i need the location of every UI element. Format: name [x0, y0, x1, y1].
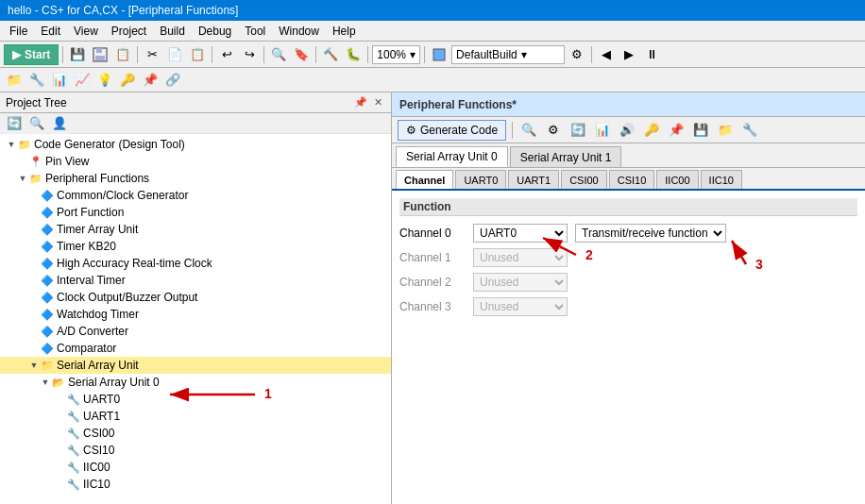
save-btn[interactable]: 💾 — [67, 44, 88, 65]
tree-item-iic10[interactable]: 🔧 IIC10 — [0, 476, 391, 493]
tree-label-serial-array: Serial Array Unit — [57, 359, 139, 372]
gen-btn-8[interactable]: 💾 — [690, 120, 711, 141]
toolbar-btn-3[interactable]: 📋 — [112, 44, 133, 65]
tree-item-interval-timer[interactable]: 🔷 Interval Timer — [0, 272, 391, 289]
tab2-csi00[interactable]: CSI00 — [561, 170, 607, 189]
tree-item-ad-converter[interactable]: 🔷 A/D Converter — [0, 323, 391, 340]
menu-window[interactable]: Window — [273, 23, 325, 40]
menu-build[interactable]: Build — [154, 23, 191, 40]
tree-item-serial-array-0[interactable]: ▼ 📂 Serial Array Unit 0 — [0, 374, 391, 391]
find-btn[interactable]: 🔍 — [268, 44, 289, 65]
gen-btn-3[interactable]: 🔄 — [568, 120, 588, 141]
menu-debug[interactable]: Debug — [193, 23, 237, 40]
toggle-code-gen[interactable]: ▼ — [6, 139, 17, 150]
tab2-iic10[interactable]: IIC10 — [701, 170, 742, 189]
tree-item-port-func[interactable]: 🔷 Port Function — [0, 204, 391, 221]
toggle-peripheral[interactable]: ▼ — [17, 173, 28, 184]
settings-btn[interactable]: ⚙ — [567, 44, 587, 65]
tb-btn-c[interactable]: ⏸ — [641, 44, 662, 65]
tb2-btn-2[interactable]: 🔧 — [26, 70, 47, 91]
menu-help[interactable]: Help — [327, 23, 362, 40]
menu-file[interactable]: File — [4, 23, 33, 40]
channel-1-select[interactable]: Unused — [473, 248, 568, 267]
tree-item-comparator[interactable]: 🔷 Comparator — [0, 340, 391, 357]
tabs-row-1: Serial Array Unit 0 Serial Array Unit 1 — [392, 143, 865, 168]
start-button[interactable]: ▶ Start — [4, 44, 59, 65]
redo-btn[interactable]: ↪ — [239, 44, 260, 65]
debug-btn[interactable]: 🐛 — [343, 44, 364, 65]
tb-btn-b[interactable]: ▶ — [619, 44, 639, 65]
channel-0-select[interactable]: UART0 Unused — [473, 224, 568, 243]
tree-item-pin-view[interactable]: 📍 Pin View — [0, 153, 391, 170]
build-btn[interactable]: 🔨 — [320, 44, 341, 65]
channel-0-func-select[interactable]: Transmit/receive function Transmit only … — [575, 224, 726, 243]
tb2-btn-4[interactable]: 📈 — [72, 70, 93, 91]
tree-item-uart1[interactable]: 🔧 UART1 — [0, 408, 391, 425]
tab-serial-array-unit-0[interactable]: Serial Array Unit 0 — [396, 146, 508, 167]
bookmark-btn[interactable]: 🔖 — [291, 44, 312, 65]
channel-3-select[interactable]: Unused — [473, 297, 568, 316]
tree-label-ad-converter: A/D Converter — [57, 325, 128, 338]
toggle-serial-array-0[interactable]: ▼ — [40, 377, 51, 388]
build-config-dropdown[interactable]: DefaultBuild ▾ — [451, 45, 565, 64]
tab2-csi10[interactable]: CSI10 — [609, 170, 655, 189]
left-panel: Project Tree 📌 ✕ 🔄 🔍 👤 ▼ 📁 Code Generato… — [0, 92, 392, 504]
toolbar-sep-7 — [424, 46, 425, 63]
tree-item-high-acc[interactable]: 🔷 High Accuracy Real-time Clock — [0, 255, 391, 272]
tb2-btn-3[interactable]: 📊 — [49, 70, 70, 91]
menu-project[interactable]: Project — [106, 23, 152, 40]
close-panel-btn[interactable]: ✕ — [370, 95, 385, 110]
menu-view[interactable]: View — [68, 23, 104, 40]
tree-sync-btn[interactable]: 🔄 — [4, 113, 25, 134]
tree-item-timer-kb20[interactable]: 🔷 Timer KB20 — [0, 238, 391, 255]
tb2-btn-6[interactable]: 🔑 — [117, 70, 138, 91]
tree-item-csi10[interactable]: 🔧 CSI10 — [0, 442, 391, 459]
tree-item-uart0[interactable]: 🔧 UART0 — [0, 391, 391, 408]
tree-item-serial-array[interactable]: ▼ 📁 Serial Array Unit — [0, 357, 391, 374]
gen-btn-1[interactable]: 🔍 — [518, 120, 539, 141]
tb2-btn-7[interactable]: 📌 — [140, 70, 161, 91]
tab2-uart0[interactable]: UART0 — [455, 170, 506, 189]
tb-btn-a[interactable]: ◀ — [596, 44, 617, 65]
gen-btn-10[interactable]: 🔧 — [739, 120, 760, 141]
tree-item-clock-buzzer[interactable]: 🔷 Clock Output/Buzzer Output — [0, 289, 391, 306]
gen-btn-5[interactable]: 🔊 — [617, 120, 637, 141]
undo-btn[interactable]: ↩ — [216, 44, 237, 65]
tree-filter-btn[interactable]: 🔍 — [26, 113, 47, 134]
chip-icon-csi10: 🔧 — [66, 443, 81, 458]
tree-item-timer-array[interactable]: 🔷 Timer Array Unit — [0, 221, 391, 238]
menu-tool[interactable]: Tool — [239, 23, 271, 40]
tab2-channel[interactable]: Channel — [396, 170, 453, 189]
tab-serial-array-unit-1[interactable]: Serial Array Unit 1 — [510, 146, 622, 167]
tree-item-common-clock[interactable]: 🔷 Common/Clock Generator — [0, 187, 391, 204]
tree-item-watchdog[interactable]: 🔷 Watchdog Timer — [0, 306, 391, 323]
pin-panel-btn[interactable]: 📌 — [353, 95, 368, 110]
tree-item-csi00[interactable]: 🔧 CSI00 — [0, 425, 391, 442]
gen-btn-2[interactable]: ⚙ — [543, 120, 564, 141]
tree-user-btn[interactable]: 👤 — [49, 113, 70, 134]
toggle-serial-array[interactable]: ▼ — [28, 360, 40, 371]
tree-item-iic00[interactable]: 🔧 IIC00 — [0, 459, 391, 476]
gen-btn-4[interactable]: 📊 — [592, 120, 613, 141]
gen-btn-7[interactable]: 📌 — [666, 120, 687, 141]
gen-btn-9[interactable]: 📁 — [715, 120, 736, 141]
tb2-btn-8[interactable]: 🔗 — [162, 70, 183, 91]
paste-btn[interactable]: 📋 — [187, 44, 208, 65]
save-all-btn[interactable] — [90, 44, 110, 65]
component-icon-6: 🔷 — [40, 273, 55, 288]
zoom-dropdown[interactable]: 100% ▾ — [372, 45, 420, 64]
tree-item-peripheral[interactable]: ▼ 📁 Peripheral Functions — [0, 170, 391, 187]
copy-btn[interactable]: 📄 — [164, 44, 185, 65]
channel-2-select[interactable]: Unused — [473, 273, 568, 292]
tab2-uart1[interactable]: UART1 — [508, 170, 559, 189]
toolbar-sep-2 — [137, 46, 138, 63]
generate-code-button[interactable]: ⚙ Generate Code — [398, 120, 506, 141]
tree-item-code-generator[interactable]: ▼ 📁 Code Generator (Design Tool) — [0, 136, 391, 153]
gen-btn-6[interactable]: 🔑 — [641, 120, 662, 141]
menu-edit[interactable]: Edit — [35, 23, 66, 40]
tb2-btn-5[interactable]: 💡 — [94, 70, 115, 91]
cut-btn[interactable]: ✂ — [142, 44, 162, 65]
tb2-btn-1[interactable]: 📁 — [4, 70, 25, 91]
tab2-iic00[interactable]: IIC00 — [656, 170, 698, 189]
project-tree-content[interactable]: ▼ 📁 Code Generator (Design Tool) 📍 Pin V… — [0, 134, 391, 504]
